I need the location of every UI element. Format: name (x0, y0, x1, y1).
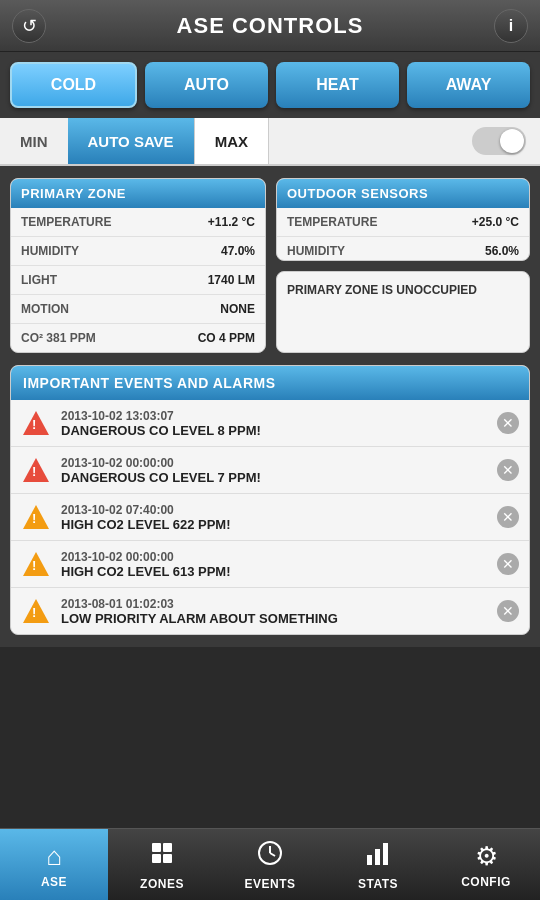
nav-stats-label: STATS (358, 877, 398, 891)
svg-rect-1 (163, 843, 172, 852)
svg-rect-9 (383, 843, 388, 865)
event-close-button[interactable]: ✕ (497, 459, 519, 481)
occupancy-note: PRIMARY ZONE IS UNOCCUPIED (277, 272, 529, 309)
events-header: IMPORTANT EVENTS AND ALARMS (11, 366, 529, 400)
event-message: HIGH CO2 LEVEL 613 PPM! (61, 564, 487, 579)
nav-config-label: CONFIG (461, 875, 511, 889)
primary-co2-row: CO² 381 PPM CO 4 PPM (11, 324, 265, 352)
event-item: 2013-10-02 07:40:00 HIGH CO2 LEVEL 622 P… (11, 494, 529, 541)
event-timestamp: 2013-10-02 13:03:07 (61, 409, 487, 423)
svg-rect-7 (367, 855, 372, 865)
tab-max[interactable]: MAX (194, 118, 269, 164)
mode-bar: COLD AUTO HEAT AWAY (0, 52, 540, 118)
event-timestamp: 2013-10-02 00:00:00 (61, 550, 487, 564)
tab-auto-save[interactable]: AUTO SAVE (68, 118, 194, 164)
primary-motion-value: NONE (220, 302, 255, 316)
warning-icon (21, 549, 51, 579)
sensor-panels: PRIMARY ZONE TEMPERATURE +11.2 °C HUMIDI… (10, 178, 530, 353)
primary-humidity-value: 47.0% (221, 244, 255, 258)
outdoor-temperature-row: TEMPERATURE +25.0 °C (277, 208, 529, 237)
event-item: 2013-10-02 00:00:00 HIGH CO2 LEVEL 613 P… (11, 541, 529, 588)
mode-cold-button[interactable]: COLD (10, 62, 137, 108)
svg-rect-3 (163, 854, 172, 863)
nav-events[interactable]: EVENTS (216, 829, 324, 900)
nav-stats[interactable]: STATS (324, 829, 432, 900)
svg-rect-2 (152, 854, 161, 863)
events-icon (256, 839, 284, 874)
primary-motion-row: MOTION NONE (11, 295, 265, 324)
config-icon: ⚙ (475, 841, 498, 872)
events-section: IMPORTANT EVENTS AND ALARMS 2013-10-02 1… (10, 365, 530, 635)
primary-light-row: LIGHT 1740 LM (11, 266, 265, 295)
warning-icon (21, 596, 51, 626)
event-message: DANGEROUS CO LEVEL 7 PPM! (61, 470, 487, 485)
primary-zone-header: PRIMARY ZONE (11, 179, 265, 208)
event-close-button[interactable]: ✕ (497, 553, 519, 575)
primary-humidity-label: HUMIDITY (21, 244, 79, 258)
mode-away-button[interactable]: AWAY (407, 62, 530, 108)
danger-icon (21, 455, 51, 485)
app-title: ASE CONTROLS (177, 13, 364, 39)
outdoor-temperature-value: +25.0 °C (472, 215, 519, 229)
outdoor-humidity-value: 56.0% (485, 244, 519, 258)
svg-rect-8 (375, 849, 380, 865)
event-text: 2013-08-01 01:02:03 LOW PRIORITY ALARM A… (61, 597, 487, 626)
event-close-button[interactable]: ✕ (497, 412, 519, 434)
mode-auto-button[interactable]: AUTO (145, 62, 268, 108)
event-item: 2013-10-02 00:00:00 DANGEROUS CO LEVEL 7… (11, 447, 529, 494)
event-message: LOW PRIORITY ALARM ABOUT SOMETHING (61, 611, 487, 626)
auto-save-toggle[interactable] (472, 127, 526, 155)
event-close-button[interactable]: ✕ (497, 506, 519, 528)
main-content: PRIMARY ZONE TEMPERATURE +11.2 °C HUMIDI… (0, 166, 540, 647)
outdoor-humidity-row: HUMIDITY 56.0% (277, 237, 529, 261)
svg-line-6 (270, 853, 275, 856)
outdoor-panel-wrapper: OUTDOOR SENSORS TEMPERATURE +25.0 °C HUM… (276, 178, 530, 353)
outdoor-sensors-header: OUTDOOR SENSORS (277, 179, 529, 208)
nav-zones[interactable]: ZONES (108, 829, 216, 900)
primary-co2-label: CO² 381 PPM (21, 331, 96, 345)
event-close-button[interactable]: ✕ (497, 600, 519, 622)
primary-zone-panel: PRIMARY ZONE TEMPERATURE +11.2 °C HUMIDI… (10, 178, 266, 353)
outdoor-temperature-label: TEMPERATURE (287, 215, 377, 229)
event-text: 2013-10-02 00:00:00 DANGEROUS CO LEVEL 7… (61, 456, 487, 485)
primary-temperature-value: +11.2 °C (208, 215, 255, 229)
event-item: 2013-10-02 13:03:07 DANGEROUS CO LEVEL 8… (11, 400, 529, 447)
event-timestamp: 2013-08-01 01:02:03 (61, 597, 487, 611)
danger-icon (21, 408, 51, 438)
event-text: 2013-10-02 13:03:07 DANGEROUS CO LEVEL 8… (61, 409, 487, 438)
mode-heat-button[interactable]: HEAT (276, 62, 399, 108)
event-timestamp: 2013-10-02 07:40:00 (61, 503, 487, 517)
primary-motion-label: MOTION (21, 302, 69, 316)
nav-events-label: EVENTS (244, 877, 295, 891)
event-message: DANGEROUS CO LEVEL 8 PPM! (61, 423, 487, 438)
primary-humidity-row: HUMIDITY 47.0% (11, 237, 265, 266)
stats-icon (364, 839, 392, 874)
refresh-button[interactable]: ↺ (12, 9, 46, 43)
submenu-bar: MIN AUTO SAVE MAX (0, 118, 540, 166)
tab-min[interactable]: MIN (0, 118, 68, 164)
warning-icon (21, 502, 51, 532)
zones-icon (148, 839, 176, 874)
nav-ase[interactable]: ⌂ ASE (0, 829, 108, 900)
event-item: 2013-08-01 01:02:03 LOW PRIORITY ALARM A… (11, 588, 529, 634)
event-text: 2013-10-02 00:00:00 HIGH CO2 LEVEL 613 P… (61, 550, 487, 579)
primary-light-label: LIGHT (21, 273, 57, 287)
primary-temperature-label: TEMPERATURE (21, 215, 111, 229)
nav-ase-label: ASE (41, 875, 67, 889)
event-timestamp: 2013-10-02 00:00:00 (61, 456, 487, 470)
home-icon: ⌂ (46, 841, 62, 872)
occupancy-panel: PRIMARY ZONE IS UNOCCUPIED (276, 271, 530, 354)
primary-co-value: CO 4 PPM (198, 331, 255, 345)
outdoor-sensors-panel: OUTDOOR SENSORS TEMPERATURE +25.0 °C HUM… (276, 178, 530, 261)
svg-rect-0 (152, 843, 161, 852)
outdoor-humidity-label: HUMIDITY (287, 244, 345, 258)
toggle-knob (500, 129, 524, 153)
nav-zones-label: ZONES (140, 877, 184, 891)
primary-light-value: 1740 LM (208, 273, 255, 287)
nav-config[interactable]: ⚙ CONFIG (432, 829, 540, 900)
app-header: ↺ ASE CONTROLS i (0, 0, 540, 52)
bottom-nav: ⌂ ASE ZONES EVENTS (0, 828, 540, 900)
info-button[interactable]: i (494, 9, 528, 43)
primary-temperature-row: TEMPERATURE +11.2 °C (11, 208, 265, 237)
event-text: 2013-10-02 07:40:00 HIGH CO2 LEVEL 622 P… (61, 503, 487, 532)
